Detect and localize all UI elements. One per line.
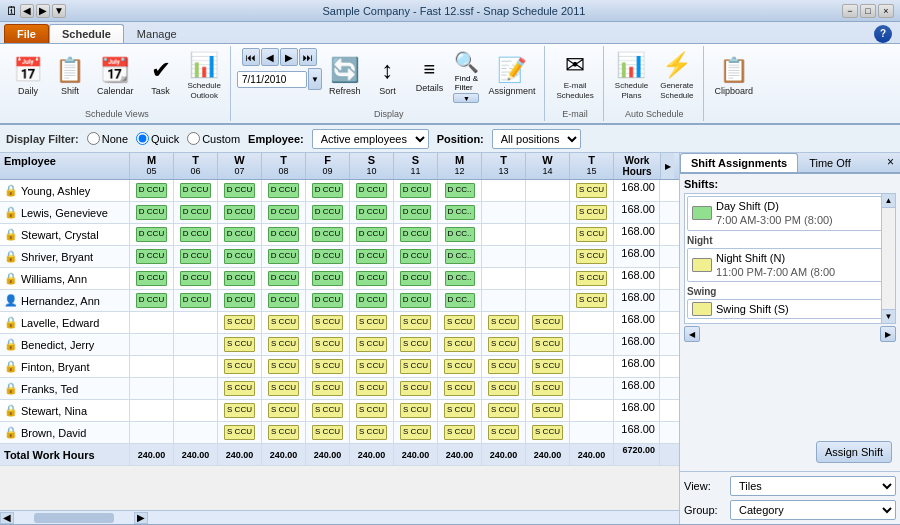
shift-cell[interactable]: D CCU: [218, 202, 262, 223]
filter-custom[interactable]: Custom: [187, 132, 240, 145]
shift-cell[interactable]: D CCU: [306, 202, 350, 223]
shift-cell[interactable]: D CCU: [218, 224, 262, 245]
shift-cell[interactable]: [570, 334, 614, 355]
filter-none-radio[interactable]: [87, 132, 100, 145]
shift-cell[interactable]: S CCU: [438, 334, 482, 355]
shift-cell[interactable]: [482, 202, 526, 223]
shift-cell[interactable]: [174, 356, 218, 377]
shift-cell[interactable]: S CCU: [262, 378, 306, 399]
shift-cell[interactable]: D CC..: [438, 224, 482, 245]
shift-cell[interactable]: D CCU: [218, 290, 262, 311]
shift-cell[interactable]: D CCU: [130, 224, 174, 245]
nav-icon-2[interactable]: ▶: [36, 4, 50, 18]
shift-cell[interactable]: S CCU: [394, 312, 438, 333]
filter-none[interactable]: None: [87, 132, 128, 145]
shift-cell[interactable]: D CCU: [218, 180, 262, 201]
shift-cell[interactable]: S CCU: [570, 290, 614, 311]
shift-cell[interactable]: S CCU: [306, 312, 350, 333]
shift-cell[interactable]: D CC..: [438, 290, 482, 311]
tab-shift-assignments[interactable]: Shift Assignments: [680, 153, 798, 172]
shift-cell[interactable]: [174, 312, 218, 333]
shift-cell[interactable]: S CCU: [482, 422, 526, 443]
find-filter-dropdown[interactable]: ▼: [453, 93, 479, 103]
shift-cell[interactable]: S CCU: [306, 400, 350, 421]
shift-cell[interactable]: [174, 400, 218, 421]
shift-cell[interactable]: S CCU: [570, 202, 614, 223]
shift-cell[interactable]: [526, 268, 570, 289]
shift-cell[interactable]: S CCU: [350, 400, 394, 421]
shift-cell[interactable]: D CCU: [306, 246, 350, 267]
shift-cell[interactable]: S CCU: [526, 312, 570, 333]
shift-cell[interactable]: D CCU: [174, 246, 218, 267]
shift-cell[interactable]: [130, 378, 174, 399]
employee-filter-select[interactable]: Active employees: [312, 129, 429, 149]
calendar-button[interactable]: 📆 Calendar: [92, 48, 139, 104]
shift-cell[interactable]: S CCU: [394, 378, 438, 399]
shift-cell[interactable]: S CCU: [218, 400, 262, 421]
shift-cell[interactable]: S CCU: [526, 378, 570, 399]
shift-cell[interactable]: [482, 180, 526, 201]
shift-cell[interactable]: S CCU: [262, 334, 306, 355]
shift-cell[interactable]: D CCU: [130, 202, 174, 223]
schedule-outlook-button[interactable]: 📊 ScheduleOutlook: [183, 48, 226, 104]
daily-button[interactable]: 📅 Daily: [8, 48, 48, 104]
assignment-button[interactable]: 📝 Assignment: [483, 48, 540, 104]
shifts-scroll-up[interactable]: ▲: [882, 194, 895, 208]
nav-last-button[interactable]: ⏭: [299, 48, 317, 66]
shift-cell[interactable]: S CCU: [350, 312, 394, 333]
shift-cell[interactable]: [130, 422, 174, 443]
minimize-button[interactable]: −: [842, 4, 858, 18]
shift-cell[interactable]: D CC..: [438, 202, 482, 223]
list-item[interactable]: Swing Shift (S): [687, 299, 893, 319]
shift-cell[interactable]: S CCU: [482, 356, 526, 377]
shift-cell[interactable]: S CCU: [350, 422, 394, 443]
shift-cell[interactable]: S CCU: [218, 378, 262, 399]
tab-schedule[interactable]: Schedule: [49, 24, 124, 43]
refresh-button[interactable]: 🔄 Refresh: [324, 48, 366, 104]
shift-cell[interactable]: D CCU: [262, 268, 306, 289]
shift-cell[interactable]: D CCU: [262, 290, 306, 311]
shift-cell[interactable]: S CCU: [570, 268, 614, 289]
shift-cell[interactable]: S CCU: [526, 356, 570, 377]
shift-cell[interactable]: S CCU: [218, 312, 262, 333]
shift-cell[interactable]: [570, 312, 614, 333]
shift-cell[interactable]: [482, 268, 526, 289]
sort-button[interactable]: ↕ Sort: [367, 48, 407, 104]
shift-cell[interactable]: S CCU: [438, 422, 482, 443]
shift-cell[interactable]: [482, 290, 526, 311]
nav-prev-button[interactable]: ◀: [261, 48, 279, 66]
shift-cell[interactable]: S CCU: [306, 356, 350, 377]
nav-first-button[interactable]: ⏮: [242, 48, 260, 66]
shift-cell[interactable]: S CCU: [394, 422, 438, 443]
shift-cell[interactable]: D CCU: [306, 290, 350, 311]
shift-cell[interactable]: D CCU: [130, 268, 174, 289]
grid-body[interactable]: 🔒Young, Ashley D CCU D CCU D CCU D CCU D…: [0, 180, 679, 510]
scroll-left-button[interactable]: ◀: [0, 512, 14, 524]
shift-cell[interactable]: D CCU: [218, 246, 262, 267]
tab-file[interactable]: File: [4, 24, 49, 43]
details-button[interactable]: ≡ Details: [409, 48, 449, 104]
shift-cell[interactable]: S CCU: [262, 312, 306, 333]
email-schedules-button[interactable]: ✉ E-mailSchedules: [551, 48, 598, 104]
shift-cell[interactable]: D CCU: [130, 180, 174, 201]
shift-cell[interactable]: D CCU: [262, 224, 306, 245]
shift-cell[interactable]: D CC..: [438, 180, 482, 201]
shifts-scroll-down[interactable]: ▼: [882, 309, 895, 323]
list-item[interactable]: Day Shift (D) 7:00 AM-3:00 PM (8:00): [687, 196, 893, 231]
shift-cell[interactable]: S CCU: [438, 312, 482, 333]
scrollbar-thumb[interactable]: [34, 513, 114, 523]
shift-cell[interactable]: S CCU: [262, 356, 306, 377]
shift-cell[interactable]: S CCU: [482, 400, 526, 421]
view-select[interactable]: Tiles List Detail: [730, 476, 896, 496]
shift-cell[interactable]: S CCU: [218, 422, 262, 443]
shift-cell[interactable]: [130, 312, 174, 333]
restore-button[interactable]: □: [860, 4, 876, 18]
list-item[interactable]: Night Shift (N) 11:00 PM-7:00 AM (8:00: [687, 248, 893, 283]
shift-cell[interactable]: D CCU: [218, 268, 262, 289]
nav-next-button[interactable]: ▶: [280, 48, 298, 66]
shift-cell[interactable]: D CC..: [438, 246, 482, 267]
group-select[interactable]: Category Position None: [730, 500, 896, 520]
horizontal-scrollbar[interactable]: ◀ ▶: [0, 510, 679, 524]
ribbon-help-icon[interactable]: ?: [874, 25, 892, 43]
shift-cell[interactable]: D CCU: [174, 290, 218, 311]
